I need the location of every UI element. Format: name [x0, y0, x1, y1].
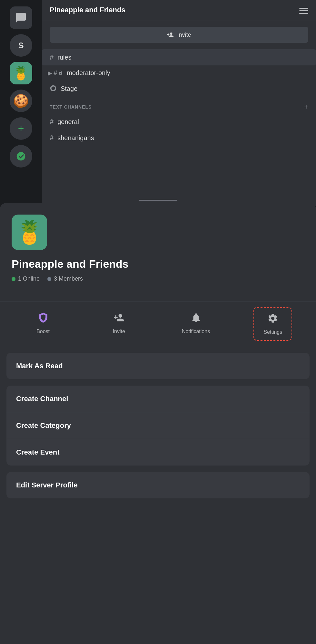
hamburger-line: [299, 8, 308, 9]
menu-section-1: Mark As Read: [6, 353, 310, 379]
edit-server-profile-label: Edit Server Profile: [16, 481, 78, 489]
sidebar-icon-s[interactable]: S: [10, 34, 32, 57]
create-event-item[interactable]: Create Event: [6, 439, 310, 466]
channel-item-stage[interactable]: Stage: [42, 81, 316, 97]
locked-hash-icon: #: [54, 69, 57, 77]
channel-panel: Pineapple and Friends ··· Invite # rules…: [42, 0, 316, 206]
invite-button[interactable]: Invite: [50, 27, 308, 43]
create-channel-label: Create Channel: [16, 395, 68, 403]
text-channels-label: TEXT CHANNELS: [50, 104, 92, 110]
channel-list: # rules ▶ # moderator-only: [42, 49, 316, 146]
hash-icon-general: #: [50, 118, 54, 126]
hash-icon-shenanigans: #: [50, 134, 54, 142]
channel-item-general[interactable]: # general: [42, 114, 316, 130]
settings-icon: [267, 313, 278, 326]
notifications-label: Notifications: [182, 329, 210, 334]
invite-icon: [114, 312, 124, 325]
hamburger-line: [299, 10, 308, 11]
offline-dot: [47, 277, 51, 281]
sidebar-icon-dm[interactable]: [10, 6, 32, 29]
mark-as-read-item[interactable]: Mark As Read: [6, 353, 310, 379]
online-stat: 1 Online: [12, 275, 40, 282]
edit-server-profile-item[interactable]: Edit Server Profile: [6, 472, 310, 498]
members-stat: 3 Members: [47, 275, 83, 282]
collapse-arrow: ▶: [48, 70, 52, 77]
server-name-large: Pineapple and Friends: [12, 258, 304, 270]
menu-section-3: Edit Server Profile: [6, 472, 310, 498]
boost-button[interactable]: Boost: [24, 307, 63, 341]
hash-icon: #: [50, 53, 54, 62]
server-header: Pineapple and Friends ···: [42, 0, 316, 20]
sidebar-icon-cookie[interactable]: 🍪: [10, 90, 32, 112]
sidebar-icon-pineapple[interactable]: 🍍: [10, 62, 32, 84]
server-info: 🍍 Pineapple and Friends 1 Online 3 Membe…: [0, 203, 316, 302]
drag-handle[interactable]: [139, 200, 177, 201]
stage-icon: [50, 84, 57, 93]
member-stats: 1 Online 3 Members: [12, 275, 304, 282]
settings-label: Settings: [263, 329, 282, 335]
hamburger-menu[interactable]: [299, 8, 308, 14]
boost-icon: [38, 312, 49, 325]
invite-action-button[interactable]: Invite: [100, 307, 138, 341]
create-channel-item[interactable]: Create Channel: [6, 386, 310, 412]
server-title: Pineapple and Friends: [50, 6, 125, 14]
add-channel-button[interactable]: +: [304, 103, 308, 111]
create-event-label: Create Event: [16, 448, 60, 456]
mark-as-read-label: Mark As Read: [16, 362, 63, 370]
channel-name-stage: Stage: [61, 85, 77, 92]
channel-item-shenanigans[interactable]: # shenanigans: [42, 130, 316, 146]
notifications-icon: [191, 312, 202, 325]
lock-icon: [58, 71, 63, 75]
online-count: 1 Online: [18, 275, 40, 282]
sidebar: S 🍍 🍪 +: [0, 0, 42, 206]
channel-name-shenanigans: shenanigans: [57, 134, 94, 142]
notifications-button[interactable]: Notifications: [175, 307, 216, 341]
channel-name: rules: [57, 54, 71, 61]
invite-label: Invite: [177, 32, 191, 38]
bottom-sheet: 🍍 Pineapple and Friends 1 Online 3 Membe…: [0, 203, 316, 644]
invite-action-label: Invite: [113, 329, 125, 334]
channel-name-moderator: moderator-only: [67, 69, 110, 77]
settings-button[interactable]: Settings: [253, 307, 292, 341]
channel-name-general: general: [57, 118, 79, 126]
top-panel: S 🍍 🍪 + Pineapple and Friends ··· Invite: [0, 0, 316, 206]
boost-label: Boost: [36, 329, 50, 334]
sidebar-add-server[interactable]: +: [10, 117, 32, 140]
action-row: Boost Invite Notifications: [0, 302, 316, 346]
channel-item-rules[interactable]: # rules: [42, 49, 316, 65]
create-category-label: Create Category: [16, 421, 71, 429]
server-avatar: 🍍: [12, 215, 47, 250]
online-dot: [12, 277, 15, 281]
hamburger-line: [299, 13, 308, 14]
channel-item-moderator[interactable]: ▶ # moderator-only: [42, 65, 316, 81]
sidebar-discover[interactable]: [10, 145, 32, 168]
menu-section-2: Create Channel Create Category Create Ev…: [6, 386, 310, 466]
members-count: 3 Members: [54, 275, 83, 282]
create-category-item[interactable]: Create Category: [6, 412, 310, 439]
text-channels-header: TEXT CHANNELS +: [42, 97, 316, 114]
